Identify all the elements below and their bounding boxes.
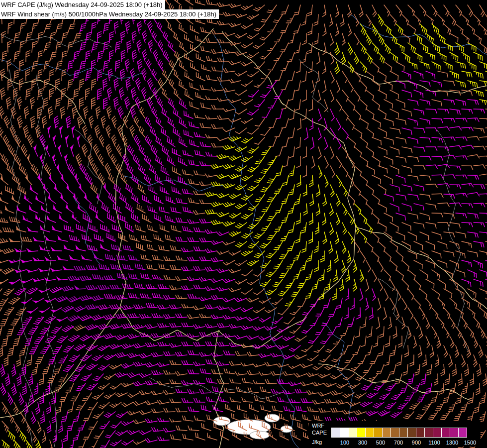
legend-swatch: [348, 428, 357, 438]
legend-tick-label: 1500: [461, 440, 479, 446]
legend-title-units: J/kg: [312, 439, 327, 446]
cape-legend: WRF CAPE J/kg 10030050070090011001300150…: [309, 421, 481, 447]
legend-tick-label: 900: [407, 440, 425, 446]
legend-tick-label: 300: [354, 440, 372, 446]
legend-swatch: [399, 428, 408, 438]
legend-swatch: [450, 428, 459, 438]
legend-ticks: 100300500700900110013001500: [331, 438, 479, 446]
legend-title-param: CAPE: [312, 429, 327, 436]
legend-swatch: [416, 428, 425, 438]
legend-tick-label: 500: [372, 440, 390, 446]
map-header: WRF CAPE (J/kg) Wednesday 24-09-2025 18:…: [0, 0, 219, 19]
legend-swatch: [331, 428, 340, 438]
legend-swatch: [374, 428, 383, 438]
legend-swatch: [458, 428, 467, 438]
legend-tick-label: 1300: [443, 440, 461, 446]
legend-swatch: [357, 428, 366, 438]
legend-swatches: [331, 428, 479, 438]
legend-swatch: [382, 428, 391, 438]
header-line-cape: WRF CAPE (J/kg) Wednesday 24-09-2025 18:…: [0, 0, 165, 9]
legend-swatch: [365, 428, 374, 438]
header-line-shear: WRF Wind shear (m/s) 500/1000hPa Wednesd…: [0, 9, 219, 19]
legend-swatch: [407, 428, 416, 438]
legend-scale: 100300500700900110013001500: [331, 428, 479, 446]
legend-swatch: [340, 428, 349, 438]
legend-swatch: [433, 428, 442, 438]
legend-swatch: [424, 428, 433, 438]
weather-map: WRF CAPE (J/kg) Wednesday 24-09-2025 18:…: [0, 0, 487, 448]
legend-swatch: [390, 428, 399, 438]
legend-tick-label: 100: [336, 440, 354, 446]
legend-title-model: WRF: [312, 422, 327, 429]
weather-map-canvas: [0, 0, 487, 448]
legend-swatch: [441, 428, 450, 438]
legend-tick-label: 1100: [425, 440, 443, 446]
legend-tick-label: 700: [390, 440, 407, 446]
legend-title: WRF CAPE J/kg: [312, 422, 327, 446]
